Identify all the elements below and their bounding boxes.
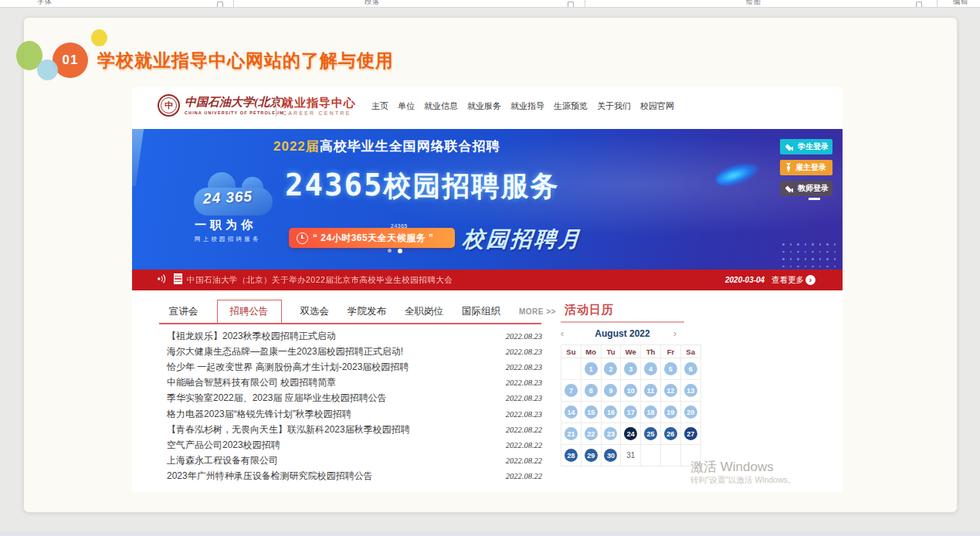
calendar-cell[interactable]: 12 <box>660 380 680 402</box>
calendar-day-circle[interactable]: 28 <box>565 449 578 462</box>
calendar-cell[interactable]: 9 <box>601 380 621 402</box>
news-row[interactable]: 海尔大健康生态品牌—盈康一生2023届校园招聘正式启动!2022.08.23 <box>159 344 542 359</box>
ticker-more-arrow-icon[interactable]: › <box>805 275 816 285</box>
calendar-cell[interactable]: 1 <box>581 358 601 380</box>
tab-宣讲会[interactable]: 宣讲会 <box>169 305 198 318</box>
ticker-more-link[interactable]: 查看更多 <box>771 275 804 286</box>
calendar-day-circle[interactable]: 17 <box>624 405 637 419</box>
calendar-day-circle[interactable]: 9 <box>604 384 617 397</box>
calendar-day-circle[interactable]: 16 <box>604 405 617 419</box>
calendar-cell[interactable]: 17 <box>621 402 641 423</box>
calendar-day-plain[interactable]: 31 <box>621 445 641 466</box>
news-title[interactable]: 上海森永工程设备有限公司 <box>159 454 494 467</box>
news-title[interactable]: 【祖龙娱乐】2023秋季校园招聘正式启动 <box>159 330 494 343</box>
calendar-day-circle[interactable]: 3 <box>624 362 637 375</box>
calendar-next-button[interactable]: › <box>673 328 684 339</box>
calendar-cell[interactable]: 30 <box>601 445 621 466</box>
tab-国际组织[interactable]: 国际组织 <box>462 305 500 318</box>
dialog-launcher-icon[interactable] <box>916 2 922 8</box>
news-title[interactable]: 格力电器2023届“格锐先锋计划”秋季校园招聘 <box>159 408 494 421</box>
calendar-day-circle[interactable]: 26 <box>664 427 677 440</box>
calendar-cell[interactable]: 16 <box>601 402 621 423</box>
news-row[interactable]: 季华实验室2022届、2023届 应届毕业生校园招聘公告2022.08.23 <box>159 391 542 406</box>
calendar-day-circle[interactable]: 27 <box>684 427 697 440</box>
calendar-cell[interactable]: 25 <box>641 423 661 445</box>
news-title[interactable]: 海尔大健康生态品牌—盈康一生2023届校园招聘正式启动! <box>159 345 494 358</box>
calendar-day-circle[interactable]: 10 <box>624 384 637 397</box>
calendar-day-circle[interactable]: 21 <box>565 427 578 440</box>
calendar-day-circle[interactable]: 15 <box>585 405 598 419</box>
calendar-cell[interactable]: 6 <box>680 358 700 380</box>
login-button-1[interactable]: 学生登录 <box>780 139 832 154</box>
news-title[interactable]: 2023年广州特种承压设备检测研究院校园招聘公告 <box>159 470 494 483</box>
calendar-cell[interactable]: 21 <box>561 423 582 445</box>
news-row[interactable]: 2023年广州特种承压设备检测研究院校园招聘公告2022.08.22 <box>159 469 542 484</box>
calendar-day-circle[interactable]: 24 <box>624 427 637 440</box>
calendar-cell[interactable]: 24 <box>621 423 641 445</box>
calendar-day-circle[interactable]: 22 <box>585 427 598 440</box>
nav-item-就业信息[interactable]: 就业信息 <box>424 100 458 112</box>
dialog-launcher-icon[interactable] <box>568 2 574 8</box>
news-title[interactable]: 中能融合智慧科技有限公司 校园招聘简章 <box>159 376 494 389</box>
nav-item-主页[interactable]: 主页 <box>371 100 388 112</box>
news-row[interactable]: 中能融合智慧科技有限公司 校园招聘简章2022.08.23 <box>159 375 542 391</box>
calendar-cell[interactable]: 22 <box>581 423 601 445</box>
calendar-cell[interactable]: 3 <box>621 358 641 380</box>
calendar-cell[interactable]: 5 <box>660 358 680 380</box>
carousel-dot-active[interactable] <box>398 249 402 253</box>
nav-item-就业指导[interactable]: 就业指导 <box>510 100 544 112</box>
calendar-day-circle[interactable]: 4 <box>644 362 657 375</box>
university-seal-logo[interactable]: 中 <box>158 94 180 117</box>
calendar-cell[interactable]: 8 <box>581 380 601 402</box>
nav-item-校园官网[interactable]: 校园官网 <box>640 100 674 112</box>
login-button-2[interactable]: 雇主登录 <box>780 160 832 175</box>
carousel-dot[interactable] <box>388 249 392 253</box>
calendar-day-circle[interactable]: 30 <box>604 449 617 462</box>
calendar-cell[interactable]: 20 <box>680 402 700 423</box>
news-row[interactable]: 格力电器2023届“格锐先锋计划”秋季校园招聘2022.08.23 <box>159 406 542 422</box>
calendar-cell[interactable]: 11 <box>641 380 661 402</box>
calendar-cell[interactable]: 27 <box>680 423 700 445</box>
nav-item-生源预览[interactable]: 生源预览 <box>554 100 588 112</box>
calendar-cell[interactable]: 19 <box>660 402 680 423</box>
calendar-day-circle[interactable]: 1 <box>585 362 598 375</box>
nav-item-就业服务[interactable]: 就业服务 <box>467 100 501 112</box>
dialog-launcher-icon[interactable] <box>217 2 223 8</box>
news-title[interactable]: 恰少年 一起改变世界 高测股份高才生计划-2023届校园招聘 <box>159 361 494 374</box>
news-row[interactable]: 【青春泓杉树，无畏向天生】联泓新科2023届秋季校园招聘2022.08.22 <box>159 422 542 437</box>
news-row[interactable]: 恰少年 一起改变世界 高测股份高才生计划-2023届校园招聘2022.08.23 <box>159 359 542 375</box>
tab-双选会[interactable]: 双选会 <box>300 305 330 318</box>
calendar-day-circle[interactable]: 2 <box>604 362 617 375</box>
calendar-day-circle[interactable]: 23 <box>604 427 617 440</box>
tab-学院发布[interactable]: 学院发布 <box>348 305 386 318</box>
calendar-day-circle[interactable]: 13 <box>684 384 697 397</box>
calendar-cell[interactable]: 14 <box>561 402 582 423</box>
calendar-day-circle[interactable]: 14 <box>565 405 578 419</box>
calendar-cell[interactable]: 4 <box>641 358 661 380</box>
calendar-day-circle[interactable]: 19 <box>664 405 677 419</box>
news-title[interactable]: 季华实验室2022届、2023届 应届毕业生校园招聘公告 <box>159 392 494 405</box>
calendar-cell[interactable]: 29 <box>581 445 601 466</box>
calendar-day-circle[interactable]: 11 <box>644 384 657 397</box>
calendar-prev-button[interactable]: ‹ <box>561 328 571 339</box>
ticker-headline[interactable]: 中国石油大学（北京）关于举办2022届北京市高校毕业生校园招聘大会 <box>187 275 453 286</box>
tab-全职岗位[interactable]: 全职岗位 <box>405 305 443 318</box>
news-row[interactable]: 空气产品公司2023校园招聘2022.08.22 <box>159 437 542 453</box>
calendar-day-circle[interactable]: 29 <box>585 449 598 462</box>
news-row[interactable]: 上海森永工程设备有限公司2022.08.22 <box>159 453 542 469</box>
login-button-3[interactable]: 教师登录 <box>780 181 832 196</box>
calendar-day-circle[interactable]: 25 <box>644 427 657 440</box>
calendar-cell[interactable]: 23 <box>601 423 621 445</box>
calendar-cell[interactable]: 18 <box>641 402 661 423</box>
hero-banner[interactable]: 2022届高校毕业生全国网络联合招聘 24 365 24365校园招聘服务 一职… <box>132 129 843 270</box>
news-title[interactable]: 【青春泓杉树，无畏向天生】联泓新科2023届秋季校园招聘 <box>159 423 494 436</box>
calendar-day-circle[interactable]: 6 <box>684 362 697 375</box>
news-row[interactable]: 【祖龙娱乐】2023秋季校园招聘正式启动2022.08.23 <box>159 328 542 344</box>
calendar-cell[interactable]: 13 <box>680 380 700 402</box>
nav-item-单位[interactable]: 单位 <box>398 100 415 112</box>
tab-招聘公告[interactable]: 招聘公告 <box>217 300 282 324</box>
tab-more-link[interactable]: MORE >> <box>519 307 556 316</box>
calendar-day-circle[interactable]: 20 <box>684 405 697 419</box>
news-title[interactable]: 空气产品公司2023校园招聘 <box>159 439 494 452</box>
calendar-day-circle[interactable]: 7 <box>565 384 578 397</box>
